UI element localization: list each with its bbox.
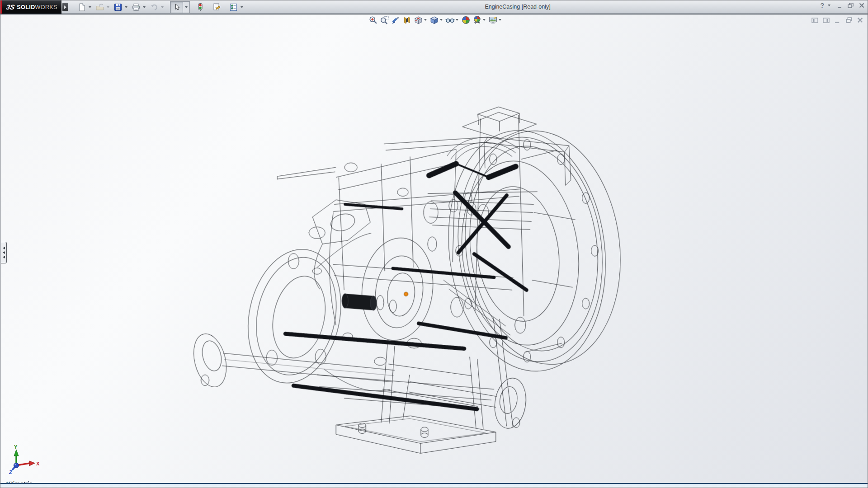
doc-close-button[interactable] bbox=[856, 16, 864, 24]
help-button[interactable]: ? bbox=[820, 2, 824, 9]
dropdown-arrow-icon[interactable] bbox=[89, 6, 91, 8]
doc-minimize-button[interactable] bbox=[833, 16, 842, 24]
options-checklist-icon bbox=[229, 3, 238, 12]
titlebar: 3S SOLIDWORKS bbox=[0, 0, 868, 14]
minimize-button[interactable] bbox=[836, 2, 844, 9]
show-left-pane-button[interactable] bbox=[811, 16, 819, 24]
y-axis-arrow bbox=[14, 450, 19, 456]
menu-flyout-tab[interactable] bbox=[62, 3, 68, 11]
y-axis-label: Y bbox=[14, 444, 18, 450]
section-view-icon bbox=[402, 15, 412, 25]
close-icon bbox=[857, 17, 863, 23]
apply-scene-icon bbox=[472, 15, 482, 25]
reference-triad[interactable]: Y X Z bbox=[7, 444, 43, 477]
edit-appearance-button[interactable] bbox=[460, 14, 472, 25]
pane-right-icon bbox=[822, 17, 830, 24]
chevron-left-icon bbox=[3, 247, 5, 249]
engine-casing-wireframe-model[interactable] bbox=[1, 14, 867, 484]
eyeglasses-icon bbox=[445, 15, 455, 25]
chevron-left-icon bbox=[3, 251, 5, 254]
origin-marker[interactable] bbox=[404, 292, 408, 296]
logo-text-bold: SOLID bbox=[17, 4, 35, 10]
zoom-to-area-icon bbox=[380, 15, 389, 25]
view-settings-button[interactable] bbox=[487, 14, 499, 25]
statusbar bbox=[0, 483, 868, 488]
rebuild-button[interactable] bbox=[194, 2, 207, 13]
dropdown-arrow-icon bbox=[185, 6, 188, 8]
show-right-pane-button[interactable] bbox=[822, 16, 830, 24]
restore-button[interactable] bbox=[847, 2, 854, 9]
document-window-controls bbox=[811, 16, 864, 24]
file-properties-icon bbox=[212, 3, 222, 12]
print-button[interactable] bbox=[130, 2, 142, 13]
dropdown-arrow-icon[interactable] bbox=[456, 19, 458, 21]
cursor-arrow-icon bbox=[173, 3, 181, 11]
dropdown-arrow-icon[interactable] bbox=[440, 19, 443, 21]
select-tool-button[interactable] bbox=[170, 2, 183, 13]
file-properties-button[interactable] bbox=[211, 2, 223, 13]
z-axis-ball bbox=[14, 463, 19, 468]
view-settings-monitor-icon bbox=[488, 15, 498, 25]
save-floppy-icon bbox=[113, 3, 123, 12]
dropdown-arrow-icon[interactable] bbox=[143, 6, 146, 8]
restore-icon bbox=[845, 17, 853, 23]
dropdown-arrow-icon[interactable] bbox=[161, 6, 164, 8]
options-button[interactable] bbox=[227, 2, 240, 13]
appearance-sphere-icon bbox=[461, 15, 471, 25]
dropdown-arrow-icon[interactable] bbox=[499, 19, 501, 21]
apply-scene-button[interactable] bbox=[472, 14, 483, 25]
view-orientation-button[interactable] bbox=[413, 14, 424, 25]
dropdown-arrow-icon[interactable] bbox=[107, 6, 109, 8]
hide-show-items-button[interactable] bbox=[444, 14, 456, 25]
dropdown-arrow-icon[interactable] bbox=[424, 19, 427, 21]
save-button[interactable] bbox=[112, 2, 124, 13]
select-tool-dropdown[interactable] bbox=[183, 2, 189, 13]
close-button[interactable] bbox=[858, 2, 865, 9]
chevron-right-icon bbox=[64, 5, 66, 9]
titlebar-controls: ? bbox=[820, 2, 865, 9]
featuremanager-flyout-tab[interactable] bbox=[1, 242, 7, 263]
new-document-icon bbox=[77, 3, 86, 12]
new-document-button[interactable] bbox=[75, 2, 88, 13]
doc-restore-button[interactable] bbox=[844, 16, 853, 24]
graphics-viewport[interactable]: Y X Z *Dimetric bbox=[1, 14, 867, 484]
previous-view-icon bbox=[391, 15, 401, 25]
minimize-icon bbox=[834, 17, 841, 23]
x-axis-label: X bbox=[36, 461, 40, 466]
undo-button[interactable] bbox=[148, 2, 160, 13]
document-title: EngineCasing [Read-only] bbox=[461, 4, 575, 10]
section-view-button[interactable] bbox=[401, 14, 413, 25]
heads-up-view-toolbar bbox=[368, 14, 503, 25]
zoom-to-fit-button[interactable] bbox=[368, 14, 379, 25]
logo-text-light: WORKS bbox=[35, 4, 57, 10]
chevron-left-icon bbox=[3, 256, 5, 258]
traffic-light-icon bbox=[196, 3, 205, 12]
undo-icon bbox=[150, 3, 159, 12]
previous-view-button[interactable] bbox=[390, 14, 401, 25]
dropdown-arrow-icon[interactable] bbox=[241, 6, 243, 8]
display-style-button[interactable] bbox=[429, 14, 440, 25]
open-folder-icon bbox=[95, 3, 104, 12]
zoom-to-area-button[interactable] bbox=[379, 14, 390, 25]
solidworks-logo[interactable]: 3S SOLIDWORKS bbox=[2, 0, 61, 14]
restore-icon bbox=[847, 2, 854, 9]
print-icon bbox=[132, 3, 141, 12]
view-orientation-cube-icon bbox=[414, 15, 423, 25]
z-axis-label: Z bbox=[9, 469, 13, 475]
pane-left-icon bbox=[811, 17, 819, 24]
dropdown-arrow-icon[interactable] bbox=[125, 6, 127, 8]
minimize-icon bbox=[837, 2, 843, 9]
x-axis-arrow bbox=[29, 461, 35, 466]
display-style-cube-icon bbox=[429, 15, 439, 25]
solidworks-window: 3S SOLIDWORKS bbox=[0, 0, 868, 488]
close-icon bbox=[859, 2, 865, 9]
open-button[interactable] bbox=[94, 2, 106, 13]
dropdown-arrow-icon[interactable] bbox=[483, 19, 486, 21]
dropdown-arrow-icon[interactable] bbox=[828, 5, 830, 6]
zoom-to-fit-icon bbox=[368, 15, 378, 25]
main-toolbar bbox=[75, 1, 245, 13]
select-tool-group bbox=[170, 1, 190, 13]
logo-3s-icon: 3S bbox=[6, 3, 15, 11]
